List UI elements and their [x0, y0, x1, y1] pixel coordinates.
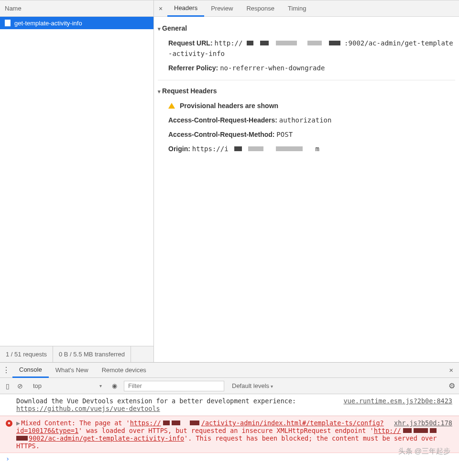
filter-input[interactable]: [124, 381, 224, 391]
request-row-selected[interactable]: get-template-activity-info: [0, 17, 153, 29]
error-icon: ✖: [6, 420, 12, 427]
redacted: [248, 146, 263, 151]
request-list: get-template-activity-info: [0, 17, 153, 346]
name-column-header[interactable]: Name: [0, 0, 153, 17]
err-mid1: ' was loaded over HTTPS, but requested a…: [78, 427, 374, 434]
redacted: [276, 41, 297, 45]
redacted: [16, 436, 28, 441]
tab-preview[interactable]: Preview: [204, 0, 240, 17]
toggle-sidebar-icon[interactable]: ▯: [4, 382, 11, 390]
kv-origin: Origin: https://i m: [158, 142, 455, 156]
redacted: [190, 421, 199, 425]
headers-body: General Request URL: http:// :9002/ac-ad…: [154, 17, 459, 362]
tab-headers[interactable]: Headers: [167, 0, 204, 17]
log-text: Download the Vue Devtools extension for …: [16, 397, 296, 405]
warning-icon: [168, 103, 175, 109]
message-source-link[interactable]: xhr.js?b50d:178: [394, 419, 452, 427]
console-messages: vue.runtime.esm.js?2b0e:8423 Download th…: [0, 394, 459, 476]
request-url-prefix: http://: [214, 39, 242, 47]
origin-suffix: m: [315, 145, 319, 153]
tab-response[interactable]: Response: [240, 0, 281, 17]
redacted: [307, 41, 322, 45]
detail-tabs: × Headers Preview Response Timing: [154, 0, 459, 17]
kv-acr-headers: Access-Control-Request-Headers: authoriz…: [158, 113, 455, 127]
tab-console[interactable]: Console: [12, 363, 49, 378]
close-detail-icon[interactable]: ×: [154, 5, 167, 12]
request-detail-column: × Headers Preview Response Timing Genera…: [154, 0, 459, 362]
acrm-label: Access-Control-Request-Method:: [168, 131, 274, 138]
kebab-icon[interactable]: ⋮: [0, 365, 12, 375]
network-panel: Name get-template-activity-info 1 / 51 r…: [0, 0, 459, 362]
origin-label: Origin:: [168, 145, 190, 153]
referrer-policy-label: Referrer Policy:: [168, 64, 218, 72]
redacted: [403, 428, 412, 433]
console-log-message: vue.runtime.esm.js?2b0e:8423 Download th…: [0, 394, 459, 416]
drawer: ⋮ Console What's New Remote devices × ▯ …: [0, 362, 459, 476]
request-list-column: Name get-template-activity-info 1 / 51 r…: [0, 0, 154, 362]
live-expression-icon[interactable]: ◉: [109, 382, 120, 389]
redacted: [260, 41, 269, 45]
section-general[interactable]: General: [158, 22, 455, 36]
file-icon: [5, 20, 11, 26]
acrh-value: authorization: [279, 116, 332, 124]
drawer-tabs: ⋮ Console What's New Remote devices ×: [0, 363, 459, 378]
request-name: get-template-activity-info: [14, 20, 82, 27]
tab-remote-devices[interactable]: Remote devices: [95, 363, 153, 378]
devtools-link[interactable]: https://github.com/vuejs/vue-devtools: [16, 405, 160, 412]
tab-timing[interactable]: Timing: [281, 0, 313, 17]
console-settings-icon[interactable]: ⚙: [448, 381, 455, 390]
origin-prefix: https://i: [192, 145, 229, 153]
referrer-policy-value: no-referrer-when-downgrade: [220, 64, 325, 72]
redacted: [234, 146, 242, 151]
redacted: [329, 41, 340, 45]
kv-acr-method: Access-Control-Request-Method: POST: [158, 127, 455, 142]
status-request-count: 1 / 51 requests: [0, 346, 53, 362]
console-prompt[interactable]: ›: [0, 453, 459, 465]
expand-icon[interactable]: ▶: [16, 419, 20, 427]
redacted: [430, 428, 437, 433]
watermark: 头条 @三年起步: [398, 447, 450, 456]
section-request-headers[interactable]: Request Headers: [158, 85, 455, 99]
provisional-text: Provisional headers are shown: [180, 102, 278, 110]
console-toolbar: ▯ ⊘ top ◉ Default levels ⚙: [0, 378, 459, 394]
redacted: [414, 428, 428, 433]
context-select[interactable]: top: [29, 381, 105, 391]
redacted: [172, 421, 180, 425]
kv-referrer-policy: Referrer Policy: no-referrer-when-downgr…: [158, 61, 455, 75]
redacted: [247, 41, 253, 45]
acrh-label: Access-Control-Request-Headers:: [168, 116, 277, 124]
tab-whats-new[interactable]: What's New: [49, 363, 95, 378]
log-levels-select[interactable]: Default levels: [232, 382, 273, 389]
status-transferred: 0 B / 5.5 MB transferred: [53, 346, 131, 362]
message-source-link[interactable]: vue.runtime.esm.js?2b0e:8423: [343, 397, 452, 405]
kv-request-url: Request URL: http:// :9002/ac-admin/get-…: [158, 36, 455, 61]
console-error-message: ✖ xhr.js?b50d:178 ▶Mixed Content: The pa…: [0, 416, 459, 453]
clear-console-icon[interactable]: ⊘: [15, 382, 25, 390]
acrm-value: POST: [276, 131, 293, 138]
network-status-bar: 1 / 51 requests 0 B / 5.5 MB transferred: [0, 346, 153, 362]
err-pre: Mixed Content: The page at ': [21, 419, 130, 427]
divider: [158, 80, 455, 80]
close-drawer-icon[interactable]: ×: [449, 366, 453, 374]
redacted: [276, 146, 303, 151]
request-url-label: Request URL:: [168, 39, 213, 47]
context-value: top: [33, 382, 42, 389]
redacted: [163, 421, 170, 425]
provisional-warning: Provisional headers are shown: [158, 99, 455, 113]
